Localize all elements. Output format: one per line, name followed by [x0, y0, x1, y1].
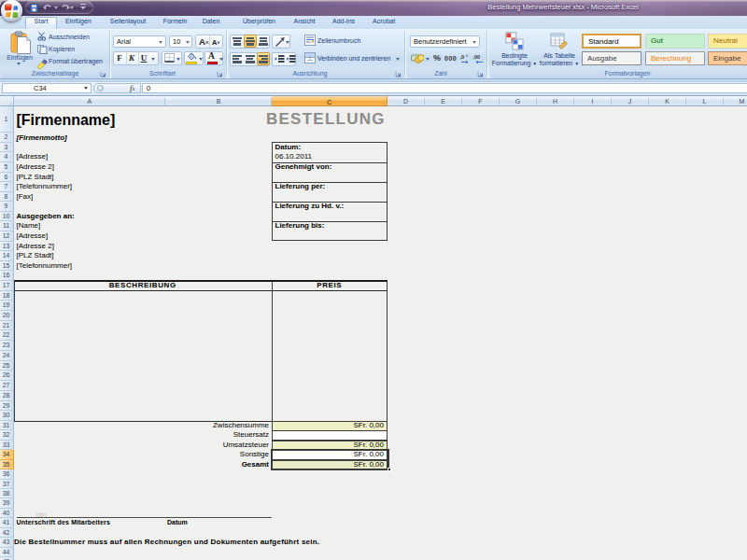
svg-text:,0: ,0	[460, 54, 465, 60]
svg-text:0: 0	[466, 53, 469, 58]
svg-text:,00: ,00	[473, 54, 481, 60]
